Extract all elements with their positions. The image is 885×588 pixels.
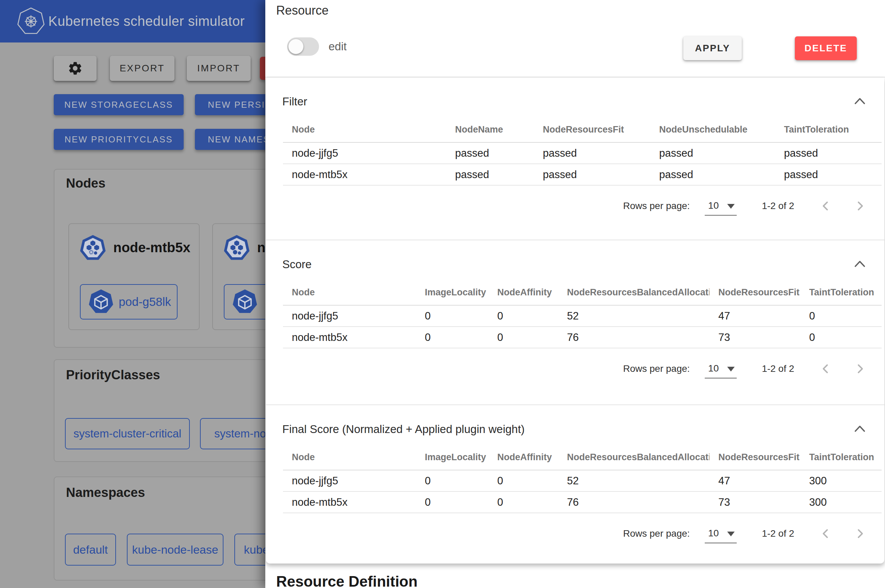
next-page-button[interactable]: [853, 362, 866, 375]
apply-button[interactable]: APPLY: [683, 36, 742, 60]
cell: node-jjfg5: [283, 305, 416, 327]
filter-section-title: Filter: [282, 95, 307, 108]
namespace-chip[interactable]: default: [65, 534, 116, 566]
cell: node-mtb5x: [283, 492, 416, 513]
cell: passed: [775, 142, 882, 164]
chevron-right-icon: [854, 363, 866, 375]
collapse-filter-button[interactable]: [853, 95, 867, 107]
new-priorityclass-button[interactable]: NEW PRIORITYCLASS: [54, 129, 184, 150]
node-name: node-mtb5x: [113, 240, 191, 255]
cell: 0: [800, 327, 882, 348]
rows-per-page-select[interactable]: 10: [705, 524, 737, 543]
cell: 0: [800, 305, 882, 327]
kubernetes-logo-icon: [17, 8, 45, 35]
next-page-button[interactable]: [853, 200, 866, 212]
cell: node-jjfg5: [283, 470, 416, 492]
cell: node-jjfg5: [283, 142, 446, 164]
cell: 76: [558, 492, 709, 513]
gear-icon: [68, 60, 83, 76]
rows-per-page-select[interactable]: 10: [705, 196, 737, 216]
column-header: Node: [283, 117, 446, 142]
chevron-right-icon: [854, 200, 866, 212]
column-header: TaintToleration: [775, 117, 882, 142]
edit-toggle-label: edit: [329, 40, 347, 53]
cell: 300: [800, 470, 882, 492]
cell: 0: [416, 327, 488, 348]
rows-per-page-value: 10: [708, 200, 719, 211]
collapse-final-score-button[interactable]: [853, 423, 867, 434]
import-button[interactable]: IMPORT: [187, 56, 251, 81]
final-score-section: Final Score (Normalized + Applied plugin…: [266, 405, 884, 564]
dropdown-caret-icon: [727, 367, 735, 372]
settings-button[interactable]: [54, 56, 96, 81]
cell: 300: [800, 492, 882, 513]
score-section-title: Score: [282, 258, 311, 271]
cell: passed: [446, 142, 534, 164]
chevron-right-icon: [854, 528, 866, 540]
scheduling-results-card: Filter Node NodeName NodeResourcesFit No…: [266, 78, 884, 564]
rows-per-page-value: 10: [708, 363, 719, 374]
edit-toggle[interactable]: [287, 38, 319, 56]
cell: 0: [488, 327, 558, 348]
cell: 76: [558, 327, 709, 348]
nodes-panel-title: Nodes: [66, 176, 105, 190]
node-name: n: [257, 240, 265, 255]
table-header-row: Node NodeName NodeResourcesFit NodeUnsch…: [283, 117, 882, 142]
priorityclass-chip[interactable]: system-cluster-critical: [65, 418, 190, 449]
resource-drawer-header: Resource edit APPLY DELETE: [265, 0, 885, 78]
filter-pagination: Rows per page: 10 1-2 of 2: [623, 195, 866, 217]
cell: passed: [650, 142, 775, 164]
table-header-row: Node ImageLocality NodeAffinity NodeReso…: [283, 280, 882, 305]
previous-page-button[interactable]: [819, 527, 832, 540]
cell: 47: [709, 305, 800, 327]
toggle-thumb: [288, 39, 304, 54]
priorityclasses-panel-title: PriorityClasses: [66, 368, 160, 382]
previous-page-button[interactable]: [819, 362, 832, 375]
dropdown-caret-icon: [727, 204, 735, 209]
column-header: NodeName: [446, 117, 534, 142]
new-storageclass-button[interactable]: NEW STORAGECLASS: [54, 94, 184, 115]
cell: 73: [709, 492, 800, 513]
namespace-chip[interactable]: kube-node-lease: [127, 534, 224, 566]
column-header: ImageLocality: [416, 280, 488, 305]
rows-per-page-select[interactable]: 10: [705, 359, 737, 379]
drawer-title: Resource: [276, 3, 329, 18]
table-row: node-mtb5x 0 0 76 73 300: [283, 492, 882, 513]
chevron-up-icon: [854, 424, 865, 433]
node-icon: [223, 234, 250, 262]
pagination-range: 1-2 of 2: [762, 363, 794, 374]
pagination-range: 1-2 of 2: [762, 201, 794, 212]
cell: passed: [650, 164, 775, 185]
node-icon: [79, 234, 107, 262]
table-header-row: Node ImageLocality NodeAffinity NodeReso…: [283, 445, 882, 470]
pod-name: pod-g58lk: [119, 295, 171, 309]
final-score-pagination: Rows per page: 10 1-2 of 2: [623, 523, 866, 544]
export-button[interactable]: EXPORT: [110, 56, 174, 81]
column-header: NodeResourcesFit: [534, 117, 650, 142]
cell: passed: [534, 142, 650, 164]
score-pagination: Rows per page: 10 1-2 of 2: [623, 358, 866, 380]
chevron-left-icon: [820, 363, 832, 375]
collapse-score-button[interactable]: [853, 258, 867, 270]
column-header: TaintToleration: [800, 280, 882, 305]
pod-chip[interactable]: pod-g58lk: [80, 284, 177, 320]
cell: passed: [446, 164, 534, 185]
delete-button[interactable]: DELETE: [795, 36, 857, 60]
dropdown-caret-icon: [727, 532, 735, 536]
resource-drawer: Resource edit APPLY DELETE Filter Node N…: [265, 0, 885, 588]
cell: node-mtb5x: [283, 164, 446, 185]
previous-page-button[interactable]: [819, 200, 832, 212]
pod-icon: [88, 289, 114, 315]
namespaces-panel-title: Namespaces: [66, 485, 145, 500]
rows-per-page-label: Rows per page:: [623, 363, 690, 374]
cell: 0: [416, 305, 488, 327]
next-page-button[interactable]: [853, 527, 866, 540]
cell: 0: [416, 492, 488, 513]
final-score-section-title: Final Score (Normalized + Applied plugin…: [282, 423, 525, 436]
table-row: node-mtb5x passed passed passed passed: [283, 164, 882, 185]
table-row: node-jjfg5 0 0 52 47 300: [283, 470, 882, 492]
filter-table: Node NodeName NodeResourcesFit NodeUnsch…: [283, 117, 882, 186]
column-header: NodeResourcesFit: [709, 445, 800, 470]
resource-definition-title: Resource Definition: [276, 573, 418, 588]
cell: 52: [558, 470, 709, 492]
